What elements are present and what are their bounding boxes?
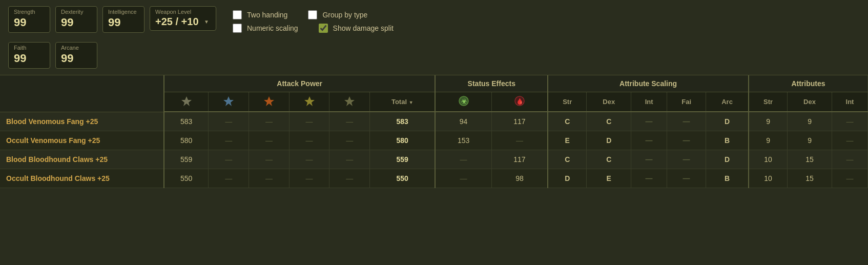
numeric-scaling-option[interactable]: Numeric scaling: [233, 24, 298, 33]
dash-cell: —: [683, 155, 690, 164]
value-cell: E: [607, 174, 611, 182]
weapon-level-box: Weapon Level +25 / +10 +24 / +9 +20 / +8: [150, 6, 216, 31]
dash-cell: —: [225, 117, 232, 126]
faith-input[interactable]: [14, 52, 45, 65]
show-damage-split-label: Show damage split: [333, 24, 394, 32]
two-handing-checkbox[interactable]: [233, 10, 242, 19]
dash-cell: —: [646, 117, 653, 126]
as-str-cell: D: [548, 169, 587, 188]
value-cell: 9: [766, 136, 770, 145]
ap-phys-cell: 550: [164, 169, 209, 188]
dash-cell: —: [265, 155, 273, 164]
two-handing-label: Two handing: [247, 11, 287, 19]
dexterity-input[interactable]: [61, 16, 92, 29]
ap-holy-cell: —: [329, 112, 370, 131]
ap-magic-cell: —: [209, 150, 249, 169]
as-str-cell: C: [548, 150, 587, 169]
ap-light-cell: —: [289, 150, 329, 169]
value-cell: 10: [764, 174, 772, 182]
value-cell: D: [606, 136, 611, 145]
as-str-cell: C: [548, 112, 587, 131]
value-cell: 94: [460, 117, 468, 126]
ap-magic-cell: —: [209, 131, 249, 150]
arcane-input[interactable]: [61, 52, 92, 65]
dash-cell: —: [683, 174, 690, 182]
value-cell: 583: [180, 117, 192, 126]
group-header-row: Attack Power Status Effects Attribute Sc…: [0, 75, 868, 92]
ap-total-cell: 559: [370, 150, 436, 169]
value-cell: B: [725, 174, 730, 182]
svg-text:☣: ☣: [461, 98, 466, 105]
dash-cell: —: [306, 117, 313, 126]
two-handing-option[interactable]: Two handing: [233, 10, 287, 19]
se1-cell: 153: [435, 131, 491, 150]
strength-box: Strength: [8, 6, 50, 33]
dash-cell: —: [460, 174, 467, 182]
intelligence-box: Intelligence: [102, 6, 144, 33]
dash-cell: —: [646, 174, 653, 182]
physical-icon: [181, 96, 192, 106]
dexterity-box: Dexterity: [55, 6, 97, 33]
sort-desc-icon: ▼: [409, 100, 414, 105]
as-arc-cell: B: [706, 169, 749, 188]
dash-cell: —: [265, 136, 273, 145]
weapon-name-cell: Blood Venomous Fang +25: [0, 112, 164, 131]
col-ap-phys: [164, 92, 209, 112]
value-cell: D: [725, 155, 730, 164]
svg-marker-4: [344, 96, 355, 106]
numeric-scaling-checkbox[interactable]: [233, 24, 242, 33]
as-arc-cell: D: [706, 150, 749, 169]
value-cell: 117: [513, 155, 525, 164]
value-cell: 117: [513, 117, 525, 126]
dexterity-label: Dexterity: [61, 9, 92, 15]
top-panel: Strength Dexterity Intelligence Weapon L…: [0, 0, 868, 42]
options-panel: Two handing Group by type Numeric scalin…: [222, 6, 404, 37]
ap-fire-cell: —: [249, 150, 290, 169]
value-cell: 9: [808, 136, 812, 145]
attr-str-cell: 10: [749, 169, 788, 188]
options-row-1: Two handing Group by type: [233, 10, 394, 19]
ap-phys-cell: 580: [164, 131, 209, 150]
strength-label: Strength: [14, 9, 45, 15]
dash-cell: —: [346, 136, 353, 145]
se1-cell: —: [435, 169, 491, 188]
value-cell: 15: [805, 174, 814, 182]
table-row: Blood Venomous Fang +25 583 — — — — 583 …: [0, 112, 868, 131]
weapon-level-select[interactable]: +25 / +10 +24 / +9 +20 / +8: [155, 16, 209, 27]
as-dex-cell: C: [587, 150, 631, 169]
dash-cell: —: [346, 155, 353, 164]
weapon-level-select-wrapper: +25 / +10 +24 / +9 +20 / +8: [155, 16, 209, 27]
dash-cell: —: [265, 117, 273, 126]
show-damage-split-checkbox[interactable]: [319, 24, 328, 33]
value-cell: C: [565, 117, 570, 126]
show-damage-split-option[interactable]: Show damage split: [319, 24, 394, 33]
col-as-arc: Arc: [706, 92, 749, 112]
group-by-type-checkbox[interactable]: [308, 10, 317, 19]
value-cell: E: [565, 136, 570, 145]
as-fai-cell: —: [667, 112, 706, 131]
se2-cell: 98: [491, 169, 548, 188]
lightning-icon: [304, 96, 315, 106]
col-ap-total[interactable]: Total ▼: [370, 92, 436, 112]
intelligence-input[interactable]: [108, 16, 139, 29]
col-attr-int: Int: [832, 92, 867, 112]
dash-cell: —: [225, 174, 232, 182]
col-as-dex: Dex: [587, 92, 631, 112]
weapon-name-cell: Occult Bloodhound Claws +25: [0, 169, 164, 188]
dash-cell: —: [225, 136, 232, 145]
se1-cell: 94: [435, 112, 491, 131]
col-as-fai: Fai: [667, 92, 706, 112]
bleed-icon: 🩸: [514, 95, 525, 107]
attr-str-cell: 10: [749, 150, 788, 169]
as-fai-cell: —: [667, 150, 706, 169]
fire-icon: [264, 96, 274, 106]
as-dex-cell: C: [587, 112, 631, 131]
as-int-cell: —: [631, 112, 667, 131]
svg-marker-0: [181, 96, 192, 106]
ap-light-cell: —: [289, 169, 329, 188]
svg-marker-3: [304, 96, 315, 106]
table-row: Occult Bloodhound Claws +25 550 — — — — …: [0, 169, 868, 188]
strength-input[interactable]: [14, 16, 45, 29]
group-by-type-option[interactable]: Group by type: [308, 10, 367, 19]
ap-light-cell: —: [289, 131, 329, 150]
